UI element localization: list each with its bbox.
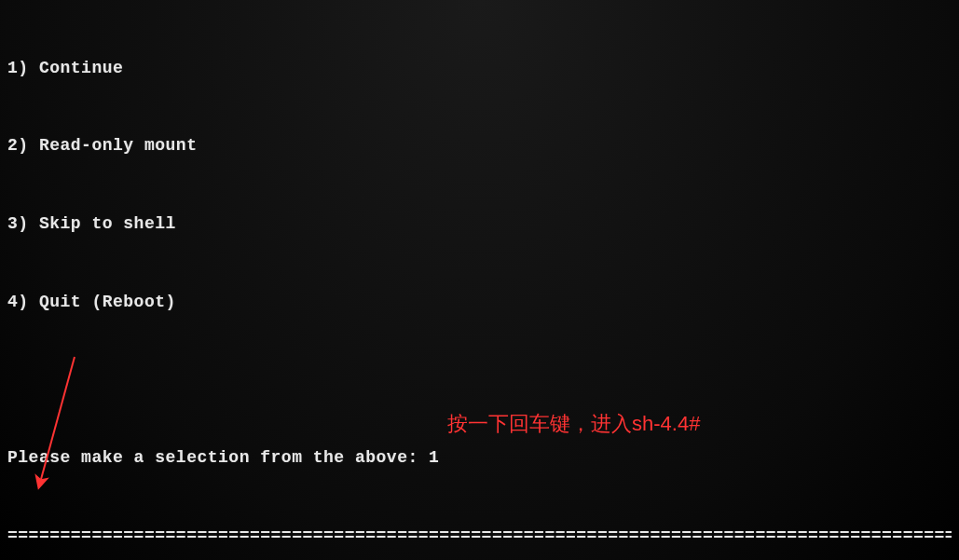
selection-input[interactable]: 1 <box>429 448 439 467</box>
menu-option-2: 2) Read-only mount <box>7 133 952 159</box>
menu-option-1: 1) Continue <box>7 56 952 82</box>
annotation-text: 按一下回车键，进入sh-4.4# <box>447 408 700 440</box>
divider-1: ========================================… <box>7 524 952 550</box>
terminal-output: 1) Continue 2) Read-only mount 3) Skip t… <box>0 0 959 560</box>
selection-prompt-line: Please make a selection from the above: … <box>7 445 952 471</box>
menu-option-4: 4) Quit (Reboot) <box>7 290 952 316</box>
selection-prompt: Please make a selection from the above: <box>7 448 429 467</box>
menu-option-3: 3) Skip to shell <box>7 212 952 238</box>
